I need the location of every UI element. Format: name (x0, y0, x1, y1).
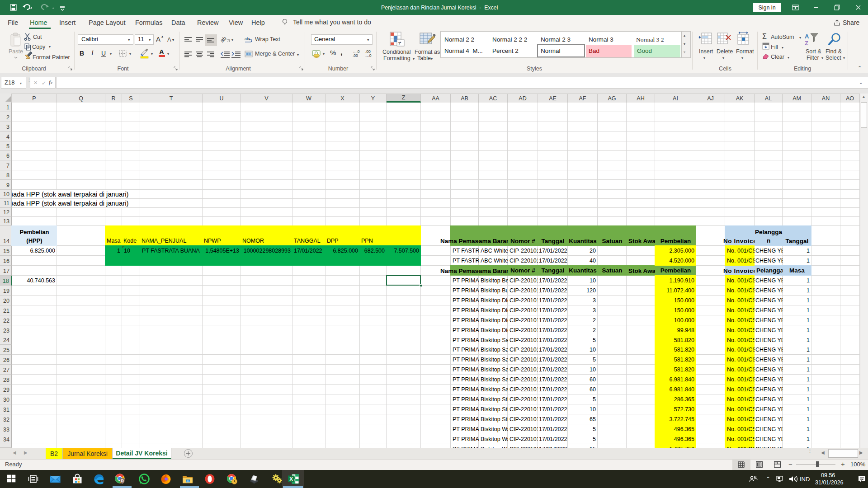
svg-text:≠: ≠ (398, 40, 401, 47)
svg-text:Paste: Paste (9, 48, 23, 55)
svg-text:.00: .00 (353, 53, 358, 58)
svg-text:ab: ab (221, 35, 228, 44)
svg-text:ab: ab (245, 37, 249, 41)
svg-text:D: D (121, 479, 123, 483)
svg-text:X: X (289, 476, 293, 482)
svg-text:Z: Z (805, 40, 808, 47)
svg-text:A: A (805, 33, 809, 40)
svg-text:→.0: →.0 (364, 53, 372, 58)
